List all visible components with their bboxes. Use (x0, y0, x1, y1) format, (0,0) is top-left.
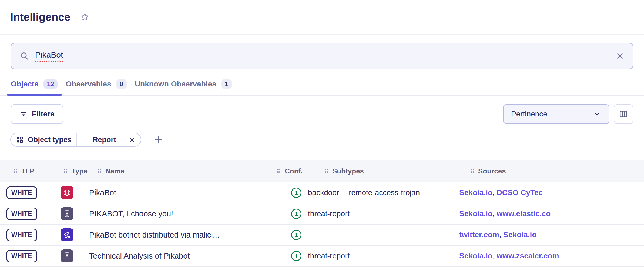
object-name: PikaBot (89, 188, 274, 197)
filter-icon (19, 110, 28, 118)
column-label: Subtypes (332, 167, 364, 175)
confidence-badge: 1 (291, 188, 301, 198)
column-label: Conf. (285, 167, 303, 175)
filter-chip-object-types[interactable]: Object types Report (10, 133, 141, 147)
search-input[interactable]: PikaBot (35, 50, 63, 62)
source-link[interactable]: twitter.com (459, 231, 503, 239)
column-header-type[interactable]: Type (61, 167, 89, 175)
add-filter-button[interactable] (153, 134, 165, 146)
column-label: Name (105, 167, 125, 175)
sort-select-value: Pertinence (511, 110, 547, 118)
object-name: PIKABOT, I choose you! (89, 209, 274, 218)
clear-search-icon[interactable] (615, 51, 625, 61)
subtype-label: remote-access-trojan (349, 188, 420, 197)
tlp-badge: WHITE (6, 186, 37, 199)
tlp-badge: WHITE (6, 208, 37, 220)
drag-handle-icon[interactable] (97, 168, 102, 174)
malware-icon (61, 186, 73, 199)
subtype-label: threat-report (308, 209, 350, 218)
table-header-row: TLP Type Name Conf. Subtypes Sources (0, 160, 644, 182)
toolbar-right: Pertinence (503, 104, 633, 124)
subtype-label: threat-report (308, 252, 350, 260)
drag-handle-icon[interactable] (13, 168, 18, 174)
tab-bar: Objects 12 Observables 0 Unknown Observa… (0, 75, 644, 96)
object-types-icon (16, 136, 24, 144)
source-link[interactable]: www.elastic.co (497, 209, 551, 218)
columns-button[interactable] (614, 104, 633, 124)
tab-unknown-observables-label: Unknown Observables (135, 80, 216, 88)
active-filters-row: Object types Report (10, 133, 633, 147)
column-header-tlp[interactable]: TLP (6, 167, 61, 175)
column-header-sources[interactable]: Sources (459, 167, 638, 175)
source-link[interactable]: Sekoia.io (459, 188, 497, 197)
tab-observables[interactable]: Observables 0 (62, 75, 131, 95)
tlp-badge: WHITE (6, 250, 37, 262)
plus-icon (153, 135, 164, 145)
table-row[interactable]: WHITE Technical Analysis of Pikabot 1 th… (0, 246, 644, 267)
filter-chip-field-label: Object types (28, 136, 72, 144)
tlp-badge: WHITE (6, 229, 37, 241)
source-link[interactable]: www.zscaler.com (497, 252, 559, 260)
page-header: Intelligence (0, 0, 644, 35)
tab-unknown-observables-count-badge: 1 (221, 79, 232, 89)
subtype-label: backdoor (308, 188, 339, 197)
filter-chip-field[interactable]: Object types (11, 133, 76, 146)
tab-objects[interactable]: Objects 12 (7, 75, 62, 95)
source-link[interactable]: Sekoia.io (503, 231, 536, 239)
tab-observables-count-badge: 0 (116, 79, 127, 89)
tab-objects-label: Objects (11, 80, 39, 88)
filter-chip-value[interactable]: Report (86, 133, 123, 146)
campaign-icon (61, 228, 73, 241)
page-title: Intelligence (10, 11, 70, 23)
table-row[interactable]: WHITE PIKABOT, I choose you! 1 threat-re… (0, 203, 644, 225)
search-icon (19, 51, 29, 61)
table-row[interactable]: WHITE PikaBot 1 backdoor remote-access-t… (0, 182, 644, 203)
confidence-badge: 1 (291, 230, 301, 240)
confidence-badge: 1 (291, 251, 301, 261)
drag-handle-icon[interactable] (63, 168, 68, 174)
column-header-name[interactable]: Name (89, 167, 274, 175)
source-link[interactable]: Sekoia.io (459, 252, 497, 260)
object-name: PikaBot botnet distributed via malici... (89, 231, 274, 239)
confidence-badge: 1 (291, 209, 301, 219)
filters-button[interactable]: Filters (11, 104, 63, 124)
report-icon (61, 249, 73, 262)
columns-icon (619, 109, 628, 119)
results-table: TLP Type Name Conf. Subtypes Sources WHI… (0, 160, 644, 267)
sort-select[interactable]: Pertinence (503, 104, 609, 124)
tab-unknown-observables[interactable]: Unknown Observables 1 (131, 75, 236, 95)
column-label: Type (72, 167, 88, 175)
report-icon (61, 207, 73, 220)
filter-chip-operator[interactable] (76, 133, 86, 146)
search-bar[interactable]: PikaBot (11, 43, 633, 69)
source-link[interactable]: DCSO CyTec (497, 188, 543, 197)
remove-filter-icon[interactable] (123, 133, 141, 146)
drag-handle-icon[interactable] (470, 168, 475, 174)
toolbar: Filters Pertinence (11, 104, 633, 124)
table-row[interactable]: WHITE PikaBot botnet distributed via mal… (0, 225, 644, 246)
favorite-star-icon[interactable] (80, 12, 90, 22)
source-link[interactable]: Sekoia.io (459, 209, 497, 218)
column-label: TLP (21, 167, 34, 175)
column-header-conf[interactable]: Conf. (274, 167, 308, 175)
tab-objects-count-badge: 12 (43, 79, 58, 89)
column-header-subtypes[interactable]: Subtypes (308, 167, 459, 175)
object-name: Technical Analysis of Pikabot (89, 252, 274, 261)
filters-button-label: Filters (32, 110, 55, 118)
drag-handle-icon[interactable] (277, 168, 281, 174)
tab-observables-label: Observables (66, 80, 111, 88)
chevron-down-icon (593, 110, 601, 118)
drag-handle-icon[interactable] (324, 168, 329, 174)
column-label: Sources (478, 167, 506, 175)
